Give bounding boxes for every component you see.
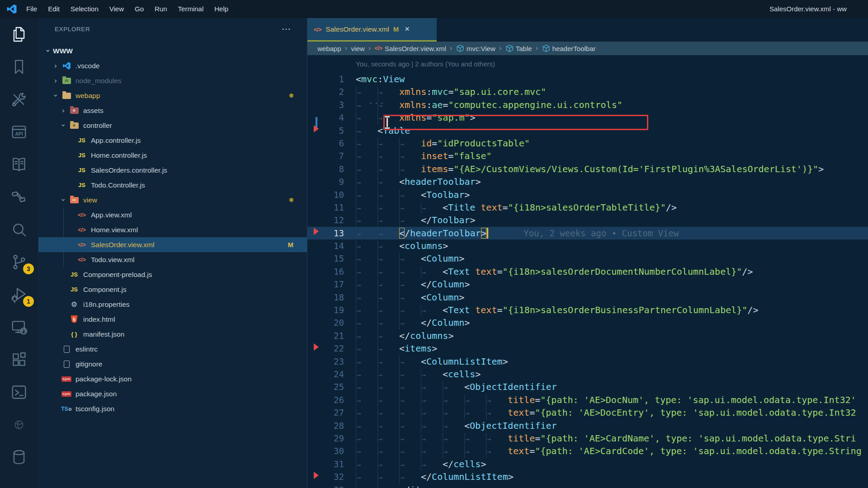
line-text: →→<items> — [356, 342, 868, 355]
activity-docs-icon[interactable] — [0, 148, 38, 181]
activity-explorer-icon[interactable] — [0, 18, 38, 51]
tree-item-package-json[interactable]: npmpackage.json — [38, 386, 307, 401]
code-line-30[interactable]: 30→→→→→→→text="{path: 'AE>CardCode', typ… — [307, 445, 868, 457]
code-line-24[interactable]: 24→→→→<cells> — [307, 368, 868, 380]
code-line-20[interactable]: 20→→→</Column> — [307, 316, 868, 329]
breadcrumb-view[interactable]: view — [351, 45, 365, 52]
tree-item-component-preload-js[interactable]: JSComponent-preload.js — [38, 267, 307, 282]
code-line-22[interactable]: 22→→<items> — [307, 342, 868, 355]
menu-edit[interactable]: Edit — [42, 0, 65, 18]
gutter-deleted-indicator — [314, 343, 319, 351]
code-line-8[interactable]: 8→→→items="{AE>/CustomViews/Views.Custom… — [307, 163, 868, 175]
tree-item-component-js[interactable]: JSComponent.js — [38, 282, 307, 297]
tree-item-home-view-xml[interactable]: </>Home.view.xml — [38, 222, 307, 237]
code-line-2[interactable]: 2→→xmlns:mvc="sap.ui.core.mvc" — [307, 85, 868, 98]
code-line-26[interactable]: 26→→→→→→→title="{path: 'AE>DocNum', type… — [307, 394, 868, 406]
code-line-3[interactable]: 3→→xmlns:ae="computec.appengine.ui.contr… — [307, 99, 868, 111]
breadcrumb-webapp[interactable]: webapp — [317, 45, 341, 52]
code-line-9[interactable]: 9→→<headerToolbar> — [307, 175, 868, 188]
code-line-12[interactable]: 12→→→</Toolbar> — [307, 214, 868, 226]
tree-item-assets[interactable]: ›⚙assets — [38, 103, 307, 118]
activity-partial-bottom-icon-icon[interactable] — [0, 474, 38, 488]
code-line-1[interactable]: 1<mvc:View — [307, 73, 868, 85]
activity-terminal-icon[interactable] — [0, 376, 38, 408]
breadcrumb-salesorder-view-xml[interactable]: </>SalesOrder.view.xml — [375, 45, 446, 52]
activity-database-icon[interactable] — [0, 441, 38, 474]
line-number: 9 — [307, 175, 356, 188]
code-line-25[interactable]: 25→→→→→<ObjectIdentifier — [307, 380, 868, 393]
tab-whitespace-arrow: → — [377, 292, 399, 304]
breadcrumb-separator: › — [536, 44, 538, 52]
code-line-31[interactable]: 31→→→→</cells> — [307, 458, 868, 470]
activity-run-and-debug-icon[interactable]: 1 — [0, 278, 38, 311]
code-line-16[interactable]: 16→→→→<Text text="{i18n>salesOrderDocume… — [307, 265, 868, 278]
gutter-deleted-indicator — [314, 125, 319, 132]
tree-item-home-controller-js[interactable]: JSHome.controller.js — [38, 148, 307, 163]
code-editor[interactable]: You, seconds ago | 2 authors (You and ot… — [307, 55, 868, 488]
menu-run[interactable]: Run — [149, 0, 173, 18]
code-line-27[interactable]: 27→→→→→→→text="{path: 'AE>DocEntry', typ… — [307, 406, 868, 419]
tree-item-www[interactable]: ›WWW — [38, 43, 307, 58]
code-line-15[interactable]: 15→→→<Column> — [307, 252, 868, 265]
tree-item-eslintrc[interactable]: eslintrc — [38, 342, 307, 357]
code-line-19[interactable]: 19→→→→<Text text="{i18n>salesOrderBusine… — [307, 304, 868, 316]
tab-whitespace-arrow: → — [356, 317, 377, 329]
tree-item-package-lock-json[interactable]: npmpackage-lock.json — [38, 371, 307, 386]
tree-item-webapp[interactable]: ›webapp — [38, 88, 307, 103]
code-line-11[interactable]: 11→→→→<Title text="{i18n>salesOrderTable… — [307, 201, 868, 214]
activity-extensions-icon[interactable] — [0, 343, 38, 376]
activity-remote-explorer-icon[interactable] — [0, 311, 38, 343]
tree-item-gitignore[interactable]: gitignore — [38, 357, 307, 371]
activity-project-graph-icon[interactable] — [0, 181, 38, 213]
code-line-6[interactable]: 6→→→id="idProductsTable" — [307, 137, 868, 150]
explorer-more-actions-icon[interactable]: ⋯ — [282, 23, 292, 34]
tree-item-salesorders-controller-js[interactable]: JSSalesOrders.controller.js — [38, 163, 307, 178]
breadcrumb-headertoolbar[interactable]: headerToolbar — [542, 44, 596, 52]
menu-terminal[interactable]: Terminal — [173, 0, 209, 18]
activity-source-control-icon[interactable]: 3 — [0, 246, 38, 278]
tree-item--vscode[interactable]: ›.vscode — [38, 58, 307, 73]
code-line-10[interactable]: 10→→→<Toolbar> — [307, 188, 868, 201]
menu-view[interactable]: View — [104, 0, 129, 18]
tree-item-todo-view-xml[interactable]: </>Todo.view.xml — [38, 252, 307, 267]
vscode-window: FileEditSelectionViewGoRunTerminalHelp S… — [0, 0, 868, 488]
menu-selection[interactable]: Selection — [65, 0, 104, 18]
code-line-32[interactable]: 32→→→</ColumnListItem> — [307, 470, 868, 483]
tree-item-todo-controller-js[interactable]: JSTodo.Controller.js — [38, 178, 307, 192]
tab-close-icon[interactable]: × — [405, 24, 410, 34]
tab-whitespace-arrow: → — [356, 446, 377, 457]
activity-bookmarks-icon[interactable] — [0, 51, 38, 83]
breadcrumb-table[interactable]: Table — [505, 44, 532, 52]
tree-item-controller[interactable]: ›⚙controller — [38, 118, 307, 133]
tree-item-index-html[interactable]: 5index.html — [38, 312, 307, 327]
tree-item-tsconfig-json[interactable]: TS⚙tsconfig.json — [38, 401, 307, 416]
chevron-down-icon: › — [59, 198, 68, 201]
code-line-23[interactable]: 23→→→<ColumnListItem> — [307, 355, 868, 368]
mouse-ibeam-cursor — [387, 117, 388, 128]
code-line-28[interactable]: 28→→→→→<ObjectIdentifier — [307, 419, 868, 432]
code-line-33[interactable]: 33→→</items> — [307, 483, 868, 488]
activity-live-server-icon[interactable] — [0, 408, 38, 441]
code-line-17[interactable]: 17→→→</Column> — [307, 278, 868, 291]
tree-item-manifest-json[interactable]: { }manifest.json — [38, 327, 307, 342]
code-line-21[interactable]: 21→→</columns> — [307, 329, 868, 342]
tree-item-app-controller-js[interactable]: JSApp.controller.js — [38, 133, 307, 148]
activity-api-client-icon[interactable]: API — [0, 116, 38, 148]
code-line-14[interactable]: 14→→<columns> — [307, 239, 868, 252]
tree-item-salesorder-view-xml[interactable]: </>SalesOrder.view.xmlM — [38, 237, 307, 252]
tree-item-node-modules[interactable]: ›JSnode_modules — [38, 73, 307, 88]
code-line-13[interactable]: 13→→</headerToolbar>You, 2 weeks ago • C… — [307, 227, 868, 239]
code-line-29[interactable]: 29→→→→→→→title="{path: 'AE>CardName', ty… — [307, 432, 868, 445]
activity-tools-icon[interactable] — [0, 83, 38, 116]
tree-item-view[interactable]: ›<>view — [38, 192, 307, 207]
code-line-18[interactable]: 18→→→<Column> — [307, 291, 868, 304]
breadcrumb-mvc-view[interactable]: mvc:View — [456, 44, 495, 52]
menu-go[interactable]: Go — [129, 0, 149, 18]
code-line-7[interactable]: 7→→→inset="false" — [307, 150, 868, 162]
menu-file[interactable]: File — [21, 0, 42, 18]
tree-item-i18n-properties[interactable]: ⚙i18n.properties — [38, 297, 307, 312]
tree-item-app-view-xml[interactable]: </>App.view.xml — [38, 207, 307, 222]
tab-salesorder-view-xml[interactable]: </> SalesOrder.view.xml M × — [307, 18, 437, 42]
menu-help[interactable]: Help — [209, 0, 234, 18]
activity-search-icon[interactable] — [0, 213, 38, 246]
